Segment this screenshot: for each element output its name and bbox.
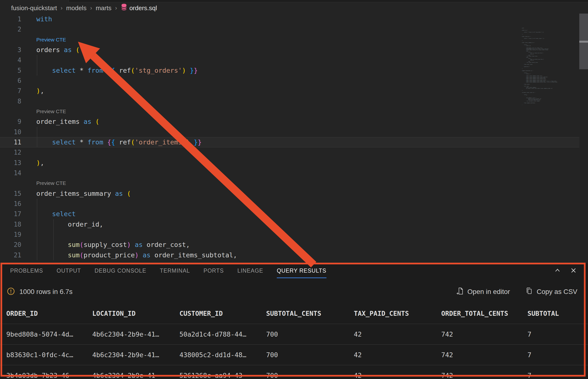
code-line: 7),: [0, 86, 579, 96]
code-lens-row: Preview CTE: [0, 35, 579, 45]
code-lens-row: Preview CTE: [0, 106, 579, 117]
code-line: 21 sum(product_price) as order_items_sub…: [0, 250, 579, 260]
table-cell: b83630c1-0fdc-4c…: [6, 351, 92, 359]
code-line: 6: [0, 76, 579, 86]
breadcrumb-marts[interactable]: marts: [96, 4, 111, 12]
code-text: sum(supply_cost) as order_cost,: [36, 240, 190, 250]
copy-as-csv-label: Copy as CSV: [537, 288, 577, 296]
code-text: order_items_summary as (: [36, 189, 131, 199]
active-tab-strip: [0, 0, 69, 2]
code-line: 11 select * from {{ ref('order_items') }…: [0, 137, 579, 147]
code-line: 16: [0, 199, 579, 209]
indent-guide: [37, 55, 37, 65]
code-text: select: [36, 209, 76, 219]
line-number: 15: [0, 189, 21, 199]
code-text: sum(product_price) as order_items_subtot…: [36, 250, 237, 260]
code-line: 2: [0, 24, 579, 34]
code-line: 20 sum(supply_cost) as order_cost,: [0, 240, 579, 250]
code-text: order_id,: [36, 219, 103, 229]
minimap[interactable]: with orders as ( select * from {{ ref('s…: [522, 28, 565, 105]
code-text: with: [36, 14, 52, 24]
panel-tabs: PROBLEMSOUTPUTDEBUG CONSOLETERMINALPORTS…: [10, 268, 326, 278]
tab-query-results[interactable]: QUERY RESULTS: [277, 268, 326, 278]
line-number: 11: [0, 137, 21, 147]
line-number: 13: [0, 158, 21, 168]
table-row[interactable]: 3b4a03db-7b23-464b6c2304-2b9e-415261268c…: [0, 365, 588, 379]
code-text: ),: [36, 86, 44, 96]
chevron-up-icon[interactable]: [554, 267, 561, 274]
table-cell: 50a2d1c4-d788-44…: [180, 331, 266, 338]
line-number: 14: [0, 168, 21, 178]
code-line: 10: [0, 127, 579, 137]
column-header: LOCATION_ID: [92, 310, 180, 317]
table-cell: 742: [441, 331, 528, 338]
copy-as-csv-button[interactable]: Copy as CSV: [526, 287, 577, 297]
table-row[interactable]: b83630c1-0fdc-4c…4b6c2304-2b9e-41…438005…: [0, 344, 588, 365]
line-number: 7: [0, 86, 21, 96]
line-number: 16: [0, 199, 21, 209]
code-text: select * from {{ ref('stg_orders') }}: [36, 65, 198, 76]
line-number: 2: [0, 24, 21, 34]
tab-terminal[interactable]: TERMINAL: [160, 268, 190, 278]
new-file-icon: [456, 287, 464, 297]
code-text: select * from {{ ref('order_items') }}: [36, 137, 202, 147]
table-cell: 700: [266, 372, 354, 379]
code-text: orders as (: [36, 45, 80, 55]
line-number: 3: [0, 45, 21, 55]
database-icon: [121, 4, 127, 12]
indent-guide: [53, 229, 54, 240]
tab-output[interactable]: OUTPUT: [57, 268, 81, 278]
line-number: 5: [0, 65, 21, 76]
table-cell: 3b4a03db-7b23-46: [6, 372, 92, 379]
tab-lineage[interactable]: LINEAGE: [237, 268, 263, 278]
indent-guide: [37, 127, 37, 137]
table-cell: 700: [266, 331, 354, 338]
code-line: 14: [0, 168, 579, 178]
breadcrumb-separator: ›: [60, 5, 62, 11]
tab-bar-strip: [0, 0, 588, 2]
code-text: order_items as (: [36, 117, 99, 127]
table-cell: 42: [354, 372, 441, 379]
line-number: 12: [0, 147, 21, 158]
table-cell: 42: [354, 351, 441, 359]
code-text: ),: [36, 158, 44, 168]
table-row[interactable]: 9bed808a-5074-4d…4b6c2304-2b9e-41…50a2d1…: [0, 324, 588, 344]
code-line: 3orders as (: [0, 45, 579, 55]
table-header-row: ORDER_IDLOCATION_IDCUSTOMER_IDSUBTOTAL_C…: [0, 303, 588, 324]
preview-cte-lens[interactable]: Preview CTE: [36, 35, 66, 45]
line-number: 1: [0, 14, 21, 24]
table-cell: 438005c2-dd1d-48…: [180, 351, 266, 359]
line-number: 4: [0, 55, 21, 65]
line-number: 19: [0, 229, 21, 240]
table-cell: 9bed808a-5074-4d…: [6, 331, 92, 338]
column-header: SUBTOTAL_CENTS: [266, 310, 354, 317]
column-header: ORDER_TOTAL_CENTS: [441, 310, 528, 317]
tab-ports[interactable]: PORTS: [203, 268, 224, 278]
tab-debug-console[interactable]: DEBUG CONSOLE: [94, 268, 146, 278]
breadcrumb-filename[interactable]: orders.sql: [129, 4, 157, 12]
breadcrumb-separator: ›: [115, 5, 117, 11]
line-number: 8: [0, 96, 21, 106]
breadcrumb-models[interactable]: models: [66, 4, 87, 12]
tab-problems[interactable]: PROBLEMS: [10, 268, 43, 278]
row-count-status: 1000 rows in 6.7s: [19, 288, 72, 296]
close-icon[interactable]: [570, 267, 577, 274]
preview-cte-lens[interactable]: Preview CTE: [36, 106, 66, 117]
code-line: 9order_items as (: [0, 117, 579, 127]
code-lens-row: Preview CTE: [0, 178, 579, 188]
table-cell: 7: [528, 331, 588, 338]
code-line: 1with: [0, 14, 579, 24]
breadcrumb-project[interactable]: fusion-quickstart: [11, 4, 57, 12]
code-editor[interactable]: 1with2Preview CTE3orders as (45 select *…: [0, 14, 588, 263]
breadcrumb-separator: ›: [90, 5, 92, 11]
code-line: 13),: [0, 158, 579, 168]
preview-cte-lens[interactable]: Preview CTE: [36, 178, 66, 188]
table-cell: 742: [441, 372, 528, 379]
open-in-editor-button[interactable]: Open in editor: [456, 287, 510, 297]
column-header: TAX_PAID_CENTS: [354, 310, 441, 317]
code-line: 17 select: [0, 209, 579, 219]
scrollbar-visible-band: [579, 41, 588, 43]
code-line: 18 order_id,: [0, 219, 579, 229]
table-cell: 7: [528, 372, 588, 379]
column-header: SUBTOTAL: [528, 310, 588, 317]
